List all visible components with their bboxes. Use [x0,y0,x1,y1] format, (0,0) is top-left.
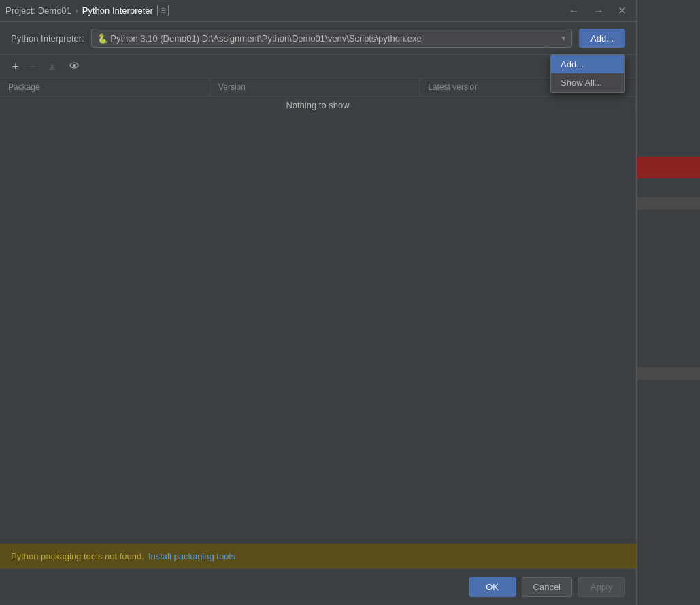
title-bar-left: Project: Demo01 › Python Interpreter ⊟ [5,5,169,16]
python-interpreter-dialog: Project: Demo01 › Python Interpreter ⊟ ←… [0,0,637,605]
table-header-row: Package Version Latest version [0,78,636,97]
add-dropdown-menu: Add... Show All... [550,54,625,93]
back-button[interactable]: ← [565,3,584,18]
col-version-header[interactable]: Version [210,78,419,97]
breadcrumb-separator: › [76,6,78,16]
svg-point-1 [73,64,76,67]
minus-icon: − [29,61,35,73]
breadcrumb: Project: Demo01 › Python Interpreter ⊟ [5,5,169,16]
footer-row: OK Cancel Apply [0,568,636,605]
add-dropdown-item-show-all[interactable]: Show All... [551,73,624,92]
install-packaging-tools-link[interactable]: Install packaging tools [148,551,235,561]
interpreter-select[interactable]: 🐍 Python 3.10 (Demo01) D:\Assignment\Pyt… [91,29,572,48]
title-bar: Project: Demo01 › Python Interpreter ⊟ ←… [0,0,636,22]
add-button[interactable]: Add... [579,29,625,48]
breadcrumb-project: Project: Demo01 [5,5,71,16]
up-icon: ▲ [47,61,58,73]
up-button[interactable]: ▲ [43,59,62,75]
breadcrumb-icon: ⊟ [157,5,169,16]
interpreter-row: Python Interpreter: 🐍 Python 3.10 (Demo0… [0,22,636,55]
add-package-button[interactable]: + [8,59,22,75]
title-bar-nav: ← → ✕ [565,3,631,18]
package-table: Package Version Latest version Nothing t… [0,78,636,114]
add-dropdown-item-add[interactable]: Add... [551,55,624,73]
forward-button[interactable]: → [589,3,608,18]
warning-text: Python packaging tools not found. [11,551,144,561]
cancel-button[interactable]: Cancel [522,577,572,597]
empty-message: Nothing to show [0,97,636,114]
toolbar-row: + − ▲ [0,55,636,78]
col-package-header[interactable]: Package [0,78,210,97]
ok-button[interactable]: OK [469,577,516,597]
close-button[interactable]: ✕ [614,3,631,18]
warning-bar: Python packaging tools not found. Instal… [0,544,636,568]
empty-row: Nothing to show [0,97,636,114]
apply-button[interactable]: Apply [578,577,625,597]
plus-icon: + [12,61,18,73]
interpreter-select-wrapper: 🐍 Python 3.10 (Demo01) D:\Assignment\Pyt… [91,29,572,48]
show-button[interactable] [65,58,84,76]
interpreter-label: Python Interpreter: [11,33,84,44]
package-table-container: Package Version Latest version Nothing t… [0,78,636,544]
eye-icon [69,60,80,73]
remove-package-button[interactable]: − [25,59,39,75]
breadcrumb-current: Python Interpreter [82,5,153,16]
